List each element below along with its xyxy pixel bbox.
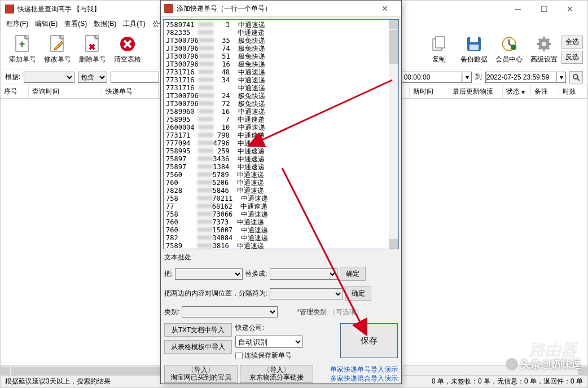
avatar-icon [506, 358, 518, 371]
member-center-label: 会员中心 [495, 55, 523, 64]
vertical-scrollbar[interactable] [389, 20, 398, 249]
modal-title: 添加快递单号（一行一个单号） [177, 4, 271, 14]
svg-point-12 [511, 45, 516, 50]
modify-tracking-label: 修改单号 [44, 55, 71, 64]
app-icon [5, 5, 14, 14]
dropdown-icon[interactable]: ▾ [462, 73, 471, 81]
close-button[interactable]: ✕ [557, 1, 583, 17]
select-buttons: 全选 反选 [561, 36, 583, 64]
swap-label: 把两边的内容对调位置，分隔符为: [164, 289, 267, 298]
copy-button[interactable]: 复制 [422, 32, 457, 67]
backup-label: 备份数据 [460, 55, 488, 64]
file-edit-icon [49, 35, 67, 53]
col-seq[interactable]: 序号 [1, 85, 29, 98]
col-tracking[interactable]: 快递单号 [102, 85, 159, 98]
replace-to-select[interactable] [270, 268, 337, 280]
filter-root-label: 根据: [5, 72, 20, 82]
watermark: 头条@奶味逗 [506, 358, 581, 371]
single-demo-link[interactable]: 单家快递单号导入演示 [315, 365, 398, 374]
menu-view[interactable]: 查看(S) [62, 18, 89, 30]
manage-category-link[interactable]: *管理类别 [297, 307, 327, 317]
date-to-wrap[interactable]: ▾ [485, 72, 566, 83]
invert-selection-button[interactable]: 反选 [561, 51, 583, 64]
import-jd-button[interactable]: 〈导入〉京东物流分享链接 [240, 365, 313, 383]
import-taobao-button[interactable]: 〈导入〉淘宝网已买到的宝贝 [164, 365, 238, 383]
clear-icon [119, 35, 137, 53]
scroll-left-icon[interactable] [1, 367, 10, 375]
filter-op-select[interactable]: 包含 [78, 72, 107, 83]
date-to-label: 到 [475, 72, 482, 82]
continuous-save-checkbox[interactable]: 连续保存新单号 [235, 351, 303, 360]
app-title: 快递批量查询高手 【与我】 [17, 5, 100, 14]
swap-row: 把两边的内容对调位置，分隔符为: 确定 [164, 286, 398, 301]
select-all-button[interactable]: 全选 [561, 36, 583, 48]
swap-ok-button[interactable]: 确定 [345, 286, 371, 301]
col-remark[interactable]: 备注 [531, 85, 559, 98]
menu-data[interactable]: 数据(B) [91, 18, 119, 30]
add-tracking-dialog: 添加快递单号（一行一个单号） ✕ 7589741 0000 3 中通速递7823… [160, 0, 402, 384]
search-button[interactable] [569, 71, 583, 83]
scroll-thumb[interactable] [11, 367, 181, 375]
col-update-time[interactable]: 新时间 [410, 85, 449, 98]
col-last-logistics[interactable]: 最后更新物流 [449, 85, 503, 98]
date-to-input[interactable] [486, 72, 556, 83]
replace-row: 把: 替换成: 确定 [164, 267, 398, 281]
minimize-button[interactable]: ─ [505, 1, 531, 17]
menu-edit[interactable]: 编辑(E) [33, 18, 60, 30]
clock-icon [500, 35, 518, 53]
replace-from-select[interactable] [175, 268, 243, 280]
dropdown-icon[interactable]: ▾ [556, 73, 565, 81]
modal-close-button[interactable]: ✕ [372, 1, 398, 16]
date-from-wrap[interactable]: ▾ [391, 72, 472, 83]
scroll-down-icon[interactable] [389, 239, 398, 249]
app-icon [164, 4, 173, 13]
import-links-row: 〈导入〉淘宝网已买到的宝贝 〈导入〉京东物流分享链接 单家快递单号导入演示 多家… [164, 365, 398, 383]
filter-value-input[interactable] [111, 72, 159, 83]
filter-field-select[interactable] [24, 72, 74, 83]
clear-table-button[interactable]: 清空表格 [110, 32, 145, 67]
copy-label: 复制 [432, 55, 446, 64]
continuous-save-input[interactable] [235, 352, 243, 359]
date-from-input[interactable] [392, 72, 462, 83]
multi-demo-link[interactable]: 多家快递混合导入演示 [315, 374, 398, 383]
maximize-button[interactable]: ☐ [531, 1, 557, 17]
modal-body: 7589741 0000 3 中通速递782335 0000 中通速递JT300… [161, 17, 401, 388]
scroll-thumb[interactable] [389, 30, 398, 64]
import-txt-button[interactable]: 从TXT文档中导入 [164, 323, 232, 337]
menu-tools[interactable]: 工具(T) [121, 18, 147, 30]
backup-button[interactable]: 备份数据 [457, 32, 492, 67]
file-delete-icon [84, 35, 102, 53]
tracking-textarea[interactable]: 7589741 0000 3 中通速递782335 0000 中通速递JT300… [163, 19, 399, 249]
replace-ok-button[interactable]: 确定 [340, 267, 366, 281]
scroll-up-icon[interactable] [389, 20, 398, 29]
menu-program[interactable]: 程序(F) [4, 18, 30, 30]
col-timeliness[interactable]: 时效 [559, 85, 587, 98]
floppy-icon [465, 35, 483, 53]
file-add-icon: + [14, 35, 32, 53]
replace-from-label: 把: [164, 269, 173, 279]
category-select[interactable] [182, 306, 278, 318]
modify-tracking-button[interactable]: 修改单号 [40, 32, 75, 67]
import-template-button[interactable]: 从表格模板中导入 [164, 340, 232, 354]
copy-icon [430, 35, 448, 53]
batch-section: 文本批处 把: 替换成: 确定 把两边的内容对调位置，分隔符为: 确定 类别: … [163, 249, 399, 388]
delete-tracking-button[interactable]: 删除单号 [75, 32, 110, 67]
optional-hint: （可选项） [329, 307, 363, 317]
swap-sep-select[interactable] [270, 288, 343, 299]
status-right: 0 单，未签收：0 单，无信息：0 单，退回件：0 单 [432, 377, 583, 386]
save-button[interactable]: 保存 [340, 323, 398, 358]
demo-links: 单家快递单号导入演示 多家快递混合导入演示 [315, 365, 398, 383]
category-row: 类别: *管理类别 （可选项） [164, 306, 398, 318]
gear-icon [535, 35, 553, 53]
clear-table-label: 清空表格 [114, 55, 141, 64]
company-select[interactable]: 自动识别 [235, 336, 303, 348]
member-center-button[interactable]: 会员中心 [492, 32, 526, 67]
col-query-time[interactable]: 查询时间 [29, 85, 102, 98]
replace-to-label: 替换成: [245, 269, 267, 279]
batch-label: 文本批处 [164, 253, 398, 262]
advanced-settings-button[interactable]: 高级设置 [526, 32, 561, 67]
status-left: 根据延误延误3天以上，搜索的结果 [5, 377, 111, 386]
col-status[interactable]: 状态 ▾ [503, 85, 531, 98]
add-tracking-button[interactable]: + 添加单号 [5, 32, 40, 67]
bottom-grid: 从TXT文档中导入 从表格模板中导入 快递公司: 自动识别 连续保存新单号 保存 [164, 323, 398, 360]
